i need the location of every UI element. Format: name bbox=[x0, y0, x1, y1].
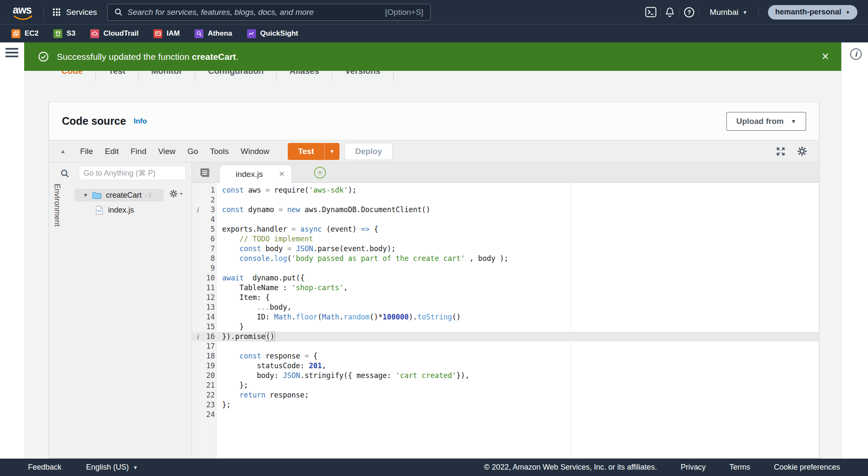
favorite-iam[interactable]: IAM bbox=[153, 29, 180, 38]
favorite-ec2[interactable]: EC2 bbox=[11, 29, 39, 38]
line-annotation bbox=[192, 263, 203, 273]
favorite-s3[interactable]: S3 bbox=[53, 29, 75, 38]
code-line-5[interactable]: 5exports.handler = async (event) => { bbox=[192, 224, 819, 234]
code-line-13[interactable]: 13 ...body, bbox=[192, 302, 819, 312]
favorites-bar: EC2S3CloudTrailIAMAthenaQuickSight bbox=[0, 24, 868, 42]
test-dropdown-arrow[interactable]: ▼ bbox=[324, 143, 339, 160]
menu-tools[interactable]: Tools bbox=[204, 147, 234, 156]
close-icon[interactable]: ✕ bbox=[821, 51, 829, 62]
footer-link-privacy[interactable]: Privacy bbox=[681, 463, 706, 472]
footer-link-terms[interactable]: Terms bbox=[729, 463, 750, 472]
code-line-9[interactable]: 9 bbox=[192, 263, 819, 273]
new-tab-button[interactable]: + bbox=[314, 167, 326, 179]
menu-go[interactable]: Go bbox=[181, 147, 204, 156]
search-icon bbox=[114, 8, 122, 16]
file-tree-panel: Environment ▼ createC bbox=[49, 162, 192, 458]
code-line-7[interactable]: 7 const body = JSON.parse(event.body); bbox=[192, 244, 819, 254]
cloudshell-button[interactable] bbox=[642, 7, 660, 17]
language-selector[interactable]: English (US) ▼ bbox=[86, 463, 138, 472]
editor-tabbar: index.js ✕ + bbox=[192, 162, 819, 183]
s3-icon bbox=[53, 29, 62, 38]
line-number: 9 bbox=[203, 263, 215, 273]
help-button[interactable]: ? bbox=[680, 7, 698, 18]
code-line-3[interactable]: i3const dynamo = new aws.DynamoDB.Docume… bbox=[192, 205, 819, 215]
hamburger-menu-icon[interactable] bbox=[6, 48, 18, 59]
deploy-button[interactable]: Deploy bbox=[345, 143, 392, 160]
code-line-23[interactable]: 23}; bbox=[192, 400, 819, 410]
aws-logo[interactable]: aws bbox=[13, 5, 34, 20]
tree-settings-gear[interactable]: ▾ bbox=[169, 189, 182, 199]
gear-icon bbox=[169, 189, 178, 199]
code-line-4[interactable]: 4 bbox=[192, 215, 819, 224]
line-number: 24 bbox=[203, 410, 215, 420]
chevron-down-icon: ▼ bbox=[133, 465, 138, 470]
menu-file[interactable]: File bbox=[74, 147, 99, 156]
code-line-19[interactable]: 19 statusCode: 201, bbox=[192, 361, 819, 371]
code-line-12[interactable]: 12 Item: { bbox=[192, 293, 819, 302]
line-annotation bbox=[192, 390, 203, 400]
test-button[interactable]: Test bbox=[288, 143, 324, 160]
file-name: index.js bbox=[108, 206, 134, 215]
code-line-17[interactable]: 17 bbox=[192, 342, 819, 351]
menu-find[interactable]: Find bbox=[125, 147, 152, 156]
tab-list-icon[interactable] bbox=[199, 168, 210, 178]
line-annotation bbox=[192, 342, 203, 351]
favorite-athena[interactable]: Athena bbox=[195, 29, 232, 38]
code-line-11[interactable]: 11 TableName : 'shop-carts', bbox=[192, 283, 819, 293]
services-menu-button[interactable]: Services bbox=[53, 8, 97, 17]
athena-icon bbox=[195, 29, 203, 38]
favorite-cloudtrail[interactable]: CloudTrail bbox=[90, 29, 139, 38]
line-annotation bbox=[192, 185, 203, 195]
tree-folder-row[interactable]: ▼ createCart - / bbox=[75, 189, 164, 202]
fullscreen-icon[interactable] bbox=[775, 146, 786, 157]
code-area[interactable]: 1const aws = require('aws-sdk');2i3const… bbox=[192, 183, 819, 458]
chevron-expanded-icon[interactable]: ▼ bbox=[83, 192, 88, 198]
footer-links: PrivacyTermsCookie preferences bbox=[681, 463, 840, 472]
environment-dock-tab[interactable]: Environment bbox=[53, 184, 61, 227]
notifications-button[interactable] bbox=[661, 7, 679, 18]
open-file-tab[interactable]: index.js ✕ bbox=[219, 165, 292, 183]
editor-settings-gear-icon[interactable] bbox=[796, 146, 808, 157]
favorite-quicksight[interactable]: QuickSight bbox=[247, 29, 298, 38]
goto-anything-input[interactable] bbox=[79, 166, 186, 180]
upload-from-button[interactable]: Upload from ▼ bbox=[726, 112, 806, 131]
favorite-label: S3 bbox=[67, 29, 75, 38]
test-split-button[interactable]: Test ▼ bbox=[288, 143, 339, 160]
banner-message: Successfully updated the function create… bbox=[57, 52, 238, 62]
info-link[interactable]: Info bbox=[134, 117, 147, 126]
code-line-6[interactable]: 6 // TODO implement bbox=[192, 234, 819, 244]
region-selector[interactable]: Mumbai ▼ bbox=[699, 8, 758, 17]
menu-view[interactable]: View bbox=[152, 147, 181, 156]
menu-edit[interactable]: Edit bbox=[99, 147, 125, 156]
code-line-10[interactable]: 10await dynamo.put({ bbox=[192, 273, 819, 283]
account-menu[interactable]: hemanth-personal ▼ bbox=[768, 5, 857, 20]
code-line-1[interactable]: 1const aws = require('aws-sdk'); bbox=[192, 185, 819, 195]
global-search-input[interactable]: Search for services, features, blogs, do… bbox=[107, 4, 431, 21]
menu-window[interactable]: Window bbox=[235, 147, 275, 156]
line-content: await dynamo.put({ bbox=[215, 273, 304, 283]
code-line-21[interactable]: 21 }; bbox=[192, 381, 819, 390]
line-annotation bbox=[192, 244, 203, 254]
line-content bbox=[215, 342, 222, 351]
code-line-15[interactable]: 15 } bbox=[192, 322, 819, 332]
footer-link-cookie-preferences[interactable]: Cookie preferences bbox=[774, 463, 840, 472]
line-annotation bbox=[192, 234, 203, 244]
code-line-24[interactable]: 24 bbox=[192, 410, 819, 420]
page-title: Code source bbox=[62, 115, 126, 127]
collapse-toolbar-icon[interactable]: ▲ bbox=[60, 148, 66, 154]
tree-file-row[interactable]: <> index.js bbox=[96, 204, 134, 216]
nav-right-cluster: ? Mumbai ▼ hemanth-personal ▼ bbox=[642, 5, 857, 20]
line-content: statusCode: 201, bbox=[215, 361, 326, 371]
code-line-20[interactable]: 20 body: JSON.stringify({ message: 'cart… bbox=[192, 371, 819, 381]
feedback-link[interactable]: Feedback bbox=[28, 463, 61, 472]
close-tab-icon[interactable]: ✕ bbox=[279, 170, 285, 179]
code-line-8[interactable]: 8 console.log('body passed as part of th… bbox=[192, 254, 819, 263]
code-line-2[interactable]: 2 bbox=[192, 195, 819, 205]
code-line-14[interactable]: 14 ID: Math.floor(Math.random()*100000).… bbox=[192, 312, 819, 322]
help-panel-info-icon[interactable]: i bbox=[850, 48, 862, 60]
services-label: Services bbox=[66, 8, 97, 17]
js-file-icon: <> bbox=[96, 206, 103, 215]
code-line-16[interactable]: i16}).promise() bbox=[192, 332, 819, 342]
code-line-18[interactable]: 18 const response = { bbox=[192, 351, 819, 361]
code-line-22[interactable]: 22 return response; bbox=[192, 390, 819, 400]
